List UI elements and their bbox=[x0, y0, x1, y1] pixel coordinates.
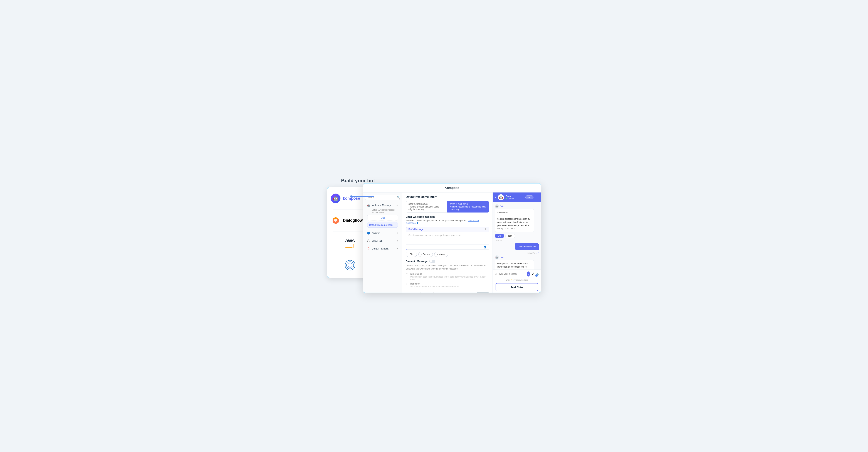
save-button[interactable]: Save bbox=[476, 292, 489, 293]
chevron-up-icon: ▲ bbox=[396, 204, 398, 206]
sidebar-item-label: Default Fallback bbox=[372, 247, 389, 250]
watson-logo-wrap bbox=[345, 260, 355, 271]
search-icon: 🔍 bbox=[397, 196, 400, 199]
page-wrapper: Build your bot— 🤖 kompose Dialogflow bbox=[327, 173, 541, 280]
sidebar-item-small-talk[interactable]: 💬 Small Talk ▾ bbox=[365, 238, 400, 244]
sidebar-section-answer: 🔵 Answer ▾ bbox=[363, 230, 402, 238]
window-body: 🔍 🤖 Welcome Message ▲ Setup a welcome me… bbox=[363, 192, 541, 293]
add-text-button[interactable]: + Text bbox=[406, 252, 417, 257]
add-button[interactable]: + Add bbox=[367, 215, 398, 221]
sidebar-item-desc: Setup a welcome message for your users bbox=[365, 208, 400, 214]
discard-button[interactable]: Discard bbox=[420, 292, 434, 293]
faq-button[interactable]: FAQ bbox=[525, 195, 533, 199]
read-icon: ✓✓ bbox=[536, 252, 539, 254]
inline-code-radio[interactable] bbox=[406, 273, 408, 275]
divider bbox=[333, 253, 367, 254]
delete-message-icon[interactable]: 🗑 bbox=[485, 228, 487, 231]
chat-more-button[interactable]: ⋮ bbox=[535, 195, 538, 199]
dialogflow-label: Dialogflow bbox=[343, 218, 363, 223]
inline-code-option[interactable]: Inline Code Write custom code inside Kom… bbox=[406, 273, 489, 280]
bot-name-label-2: Cato bbox=[500, 256, 504, 259]
fallback-icon: ❓ bbox=[367, 247, 370, 250]
bot-name-label: Cato bbox=[500, 205, 504, 207]
divider bbox=[333, 231, 367, 232]
icon-person: 👤 bbox=[416, 222, 419, 224]
sidebar-section-fallback: ❓ Default Fallback ▾ bbox=[363, 246, 402, 253]
action-footer: Delete Discard Save bbox=[406, 290, 489, 293]
add-more-button[interactable]: + More ▾ bbox=[434, 252, 448, 257]
dynamic-message-section: Dynamic Message Dynamic messaging helps … bbox=[406, 260, 489, 288]
sidebar-item-welcome-message[interactable]: 🤖 Welcome Message ▲ bbox=[365, 202, 400, 208]
chevron-down-icon: ▾ bbox=[397, 232, 398, 234]
test-cato-button[interactable]: Test Cato bbox=[496, 283, 538, 291]
choice-oui-button[interactable]: Oui bbox=[495, 234, 504, 238]
user-msg-bubble: consultez un docteur bbox=[515, 243, 539, 250]
bots-message-title: Bot's Message bbox=[408, 228, 424, 231]
chat-agent-info: Cato Online bbox=[506, 195, 524, 200]
step1-label: Step 1: User says bbox=[408, 203, 445, 205]
chat-sender-label: 🤖 Cato bbox=[495, 204, 539, 208]
chat-msg-bubble: Salutations,Veuillez sélectionner une op… bbox=[495, 209, 534, 232]
svg-point-2 bbox=[334, 219, 337, 222]
chat-time-user: 12:39 PM ✓✓ bbox=[495, 252, 539, 254]
webhook-option[interactable]: Webhook Get data from your APIs or datab… bbox=[406, 282, 489, 288]
sidebar-item-default-intent[interactable]: Default Welcome Intent bbox=[367, 222, 398, 228]
step2-box[interactable]: Step 2: Bot Says Add bot responses to re… bbox=[447, 201, 489, 212]
message-block-body[interactable]: Create a custom welcome message to greet… bbox=[406, 232, 489, 244]
step2-desc: Add bot responses to respond to what use… bbox=[450, 206, 486, 211]
chat-agent-name: Cato bbox=[506, 195, 524, 198]
welcome-message-icon: 🤖 bbox=[367, 203, 370, 207]
chat-choices-row: Oui Non bbox=[495, 234, 539, 238]
delete-button[interactable]: Delete bbox=[406, 292, 419, 293]
chat-input[interactable] bbox=[499, 273, 526, 275]
headline: Build your bot— bbox=[341, 178, 380, 184]
webhook-desc: Get data from your APIs or database with… bbox=[410, 285, 459, 288]
inline-code-label: Inline Code bbox=[410, 273, 489, 275]
intent-title: Default Welcome Intent bbox=[406, 195, 489, 199]
chat-avatar: 🤖 bbox=[498, 194, 504, 200]
chat-time: 12:38 PM bbox=[495, 240, 539, 242]
send-icon: ➤ bbox=[527, 273, 529, 275]
send-button[interactable]: ➤ bbox=[527, 271, 530, 276]
aws-text: aws bbox=[345, 238, 355, 244]
chat-msg-bubble-2: Vous pouvez obtenir une mise à jour de l… bbox=[495, 260, 534, 270]
chat-back-button[interactable]: ‹ bbox=[495, 196, 496, 199]
window-title: Kompose bbox=[444, 186, 459, 190]
chat-agent-status: Online bbox=[506, 198, 524, 200]
sidebar-item-default-fallback[interactable]: ❓ Default Fallback ▾ bbox=[365, 246, 400, 252]
main-content: Default Welcome Intent Step 1: User says… bbox=[402, 192, 493, 293]
dynamic-message-desc: Dynamic messaging helps you to fetch you… bbox=[406, 264, 489, 270]
answer-icon: 🔵 bbox=[367, 231, 370, 235]
sidebar-item-answer[interactable]: 🔵 Answer ▾ bbox=[365, 230, 400, 236]
chat-window: ‹ 🤖 Cato Online FAQ ⋮ 🤖 bbox=[493, 192, 541, 293]
bottom-connector-dot bbox=[535, 274, 538, 277]
sidebar-section-welcome: 🤖 Welcome Message ▲ Setup a welcome mess… bbox=[363, 202, 402, 230]
chat-sender-label-2: 🤖 Cato bbox=[495, 255, 539, 259]
inline-code-desc: Write custom code inside Kompose to get … bbox=[410, 276, 489, 280]
sidebar-item-label: Welcome Message bbox=[372, 204, 392, 206]
chevron-down-icon: ▾ bbox=[397, 247, 398, 250]
connector-dot bbox=[350, 195, 352, 198]
dynamic-message-toggle[interactable] bbox=[429, 260, 435, 263]
step1-box[interactable]: Step 1: User says Training phrases that … bbox=[406, 201, 447, 212]
webhook-label: Webhook bbox=[410, 282, 459, 285]
sidebar-section-smalltalk: 💬 Small Talk ▾ bbox=[363, 238, 402, 246]
small-talk-icon: 💬 bbox=[367, 239, 370, 243]
chat-input-row: ☺ ➤ 🎤 📎 bbox=[493, 270, 541, 278]
sidebar-item-label: Answer bbox=[372, 232, 380, 234]
add-buttons-button[interactable]: + Buttons bbox=[418, 252, 433, 257]
main-window: Kompose 🔍 🤖 Welcome Message ▲ bbox=[363, 183, 541, 293]
sidebar-item-label: Small Talk bbox=[372, 240, 382, 242]
chat-header: ‹ 🤖 Cato Online FAQ ⋮ bbox=[493, 192, 541, 202]
search-bar[interactable]: 🔍 bbox=[365, 194, 400, 200]
steps-row: Step 1: User says Training phrases that … bbox=[406, 201, 489, 212]
webhook-radio[interactable] bbox=[406, 283, 408, 285]
kompose-logo-icon: 🤖 bbox=[331, 193, 340, 203]
aws-arrow: ⎯⎯⎯⎮ bbox=[345, 244, 355, 247]
choice-non-button[interactable]: Non bbox=[505, 234, 515, 238]
step2-label: Step 2: Bot Says bbox=[450, 203, 486, 205]
message-block-header: Bot's Message 🗑 bbox=[406, 227, 489, 232]
add-action-row: + Text + Buttons + More ▾ bbox=[406, 252, 489, 257]
dialogflow-icon bbox=[332, 216, 340, 224]
chat-messages: 🤖 Cato Salutations,Veuillez sélectionner… bbox=[493, 202, 541, 270]
